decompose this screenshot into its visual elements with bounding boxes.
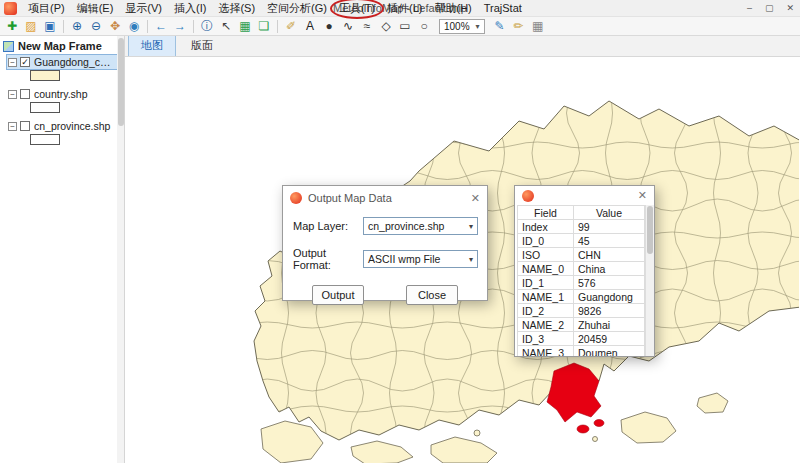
menu-edit[interactable]: 编辑(E)	[71, 0, 120, 17]
measure-icon[interactable]: ✐	[282, 18, 300, 34]
layer-visibility-checkbox[interactable]	[20, 121, 30, 131]
attribute-table: Field Value Index99ID_045ISOCHNNAME_0Chi…	[517, 205, 645, 357]
map-frame-icon	[3, 41, 14, 52]
attribute-row[interactable]: Index99	[518, 220, 645, 234]
ellipse-tool-icon[interactable]: ○	[415, 18, 433, 34]
expander-icon[interactable]: −	[8, 122, 17, 131]
previous-view-icon[interactable]: ←	[152, 18, 170, 34]
dialog-app-icon	[290, 192, 302, 204]
vertex-edit-icon[interactable]: ✏	[510, 18, 528, 34]
attribute-row[interactable]: NAME_1Guangdong	[518, 290, 645, 304]
layer-item-cn_province.shp[interactable]: −cn_province.shp	[7, 119, 114, 133]
label-icon[interactable]: ❏	[255, 18, 273, 34]
scrollbar-thumb[interactable]	[118, 38, 124, 126]
identify-icon[interactable]: ⓘ	[198, 18, 216, 34]
attribute-row[interactable]: NAME_0China	[518, 262, 645, 276]
menu-trajstat[interactable]: TrajStat	[478, 1, 528, 15]
layer-item-Guangdong_county.shp[interactable]: −✓Guangdong_county.shp	[7, 55, 117, 69]
toolbar-separator	[63, 20, 64, 33]
window-controls: – ▢ ✕	[747, 3, 796, 13]
polyline-tool-icon[interactable]: ∿	[339, 18, 357, 34]
tab-map[interactable]: 地图	[128, 36, 176, 56]
zoom-out-icon[interactable]: ⊖	[87, 18, 105, 34]
add-layer-icon[interactable]: ✚	[3, 18, 21, 34]
annotation-ellipse	[330, 0, 384, 19]
zoom-in-icon[interactable]: ⊕	[68, 18, 86, 34]
menu-items: 项目(P)编辑(E)显示(V)插入(I)选择(S)空间分析(G)工具(T)插件(…	[22, 0, 528, 17]
attribute-row[interactable]: ID_1576	[518, 276, 645, 290]
layout-grid-icon[interactable]: ▦	[529, 18, 547, 34]
full-extent-icon[interactable]: ◉	[125, 18, 143, 34]
zoom-level-combobox[interactable]: 100%▾	[439, 19, 485, 34]
dialog-app-icon	[522, 190, 534, 202]
tab-layout[interactable]: 版面	[178, 36, 226, 56]
toolbar: ✚▨▣⊕⊖✥◉←→ⓘ↖▦❏✐A●∿≈◇▭○100%▾✎✏▦	[0, 17, 800, 36]
edit-pencil-icon[interactable]: ✎	[491, 18, 509, 34]
select-feature-icon[interactable]: ↖	[217, 18, 235, 34]
dialog-close-icon[interactable]: ✕	[471, 193, 480, 204]
toolbar-separator	[193, 20, 194, 33]
dialog-titlebar[interactable]: ✕	[515, 186, 654, 205]
attribute-row[interactable]: ID_045	[518, 234, 645, 248]
toolbar-separator	[277, 20, 278, 33]
column-header-field: Field	[518, 206, 574, 220]
layer-tree: −✓Guangdong_county.shp−country.shp−cn_pr…	[0, 55, 117, 150]
map-view[interactable]: Output Map Data ✕ Map Layer: cn_province…	[125, 57, 800, 463]
close-icon[interactable]: ✕	[786, 3, 794, 13]
attribute-row[interactable]: ID_29826	[518, 304, 645, 318]
layer-item-country.shp[interactable]: −country.shp	[7, 87, 92, 101]
open-file-icon[interactable]: ▨	[22, 18, 40, 34]
minimize-icon[interactable]: –	[747, 3, 752, 13]
next-view-icon[interactable]: →	[171, 18, 189, 34]
scrollbar-thumb[interactable]	[647, 206, 653, 254]
attribute-row[interactable]: NAME_3Doumen	[518, 346, 645, 358]
menu-tools[interactable]: 工具(T)	[333, 0, 381, 17]
chevron-down-icon: ▾	[476, 22, 480, 31]
expander-icon[interactable]: −	[8, 90, 17, 99]
legend-swatch	[30, 102, 60, 113]
attribute-table-dialog: ✕ Field Value Index99ID_045ISOCHNNAME_0C…	[514, 185, 655, 357]
dialog-close-icon[interactable]: ✕	[638, 190, 647, 201]
menu-insert[interactable]: 插入(I)	[168, 0, 212, 17]
legend-swatch	[30, 70, 60, 81]
menu-geoprocessing[interactable]: 空间分析(G)	[261, 0, 333, 17]
menu-plugins[interactable]: 插件(L)	[381, 0, 428, 17]
attribute-row[interactable]: NAME_2Zhuhai	[518, 318, 645, 332]
attribute-row[interactable]: ID_320459	[518, 332, 645, 346]
output-format-label: Output Format:	[293, 247, 363, 271]
menu-view[interactable]: 显示(V)	[119, 0, 168, 17]
menu-project[interactable]: 项目(P)	[22, 0, 71, 17]
panel-scrollbar[interactable]	[117, 36, 125, 463]
column-header-value: Value	[574, 206, 645, 220]
layer-legend-row	[0, 69, 117, 86]
dialog-titlebar[interactable]: Output Map Data ✕	[283, 186, 487, 210]
point-tool-icon[interactable]: ●	[320, 18, 338, 34]
output-map-data-dialog: Output Map Data ✕ Map Layer: cn_province…	[282, 185, 488, 301]
maximize-icon[interactable]: ▢	[765, 3, 774, 13]
output-button[interactable]: Output	[312, 285, 364, 305]
app-logo-icon	[4, 2, 17, 15]
layer-legend-row	[0, 101, 117, 118]
attr-scrollbar[interactable]	[645, 205, 654, 356]
close-button[interactable]: Close	[406, 285, 458, 305]
map-layer-select[interactable]: cn_province.shp ▾	[363, 217, 478, 235]
menu-help[interactable]: 帮助(H)	[428, 0, 477, 17]
save-icon[interactable]: ▣	[41, 18, 59, 34]
pan-icon[interactable]: ✥	[106, 18, 124, 34]
polygon-tool-icon[interactable]: ◇	[377, 18, 395, 34]
menu-selection[interactable]: 选择(S)	[212, 0, 261, 17]
output-format-select[interactable]: ASCII wmp File ▾	[363, 250, 478, 268]
layer-visibility-checkbox[interactable]	[20, 89, 30, 99]
attribute-row[interactable]: ISOCHN	[518, 248, 645, 262]
chevron-down-icon: ▾	[469, 222, 473, 231]
toolbar-separator	[147, 20, 148, 33]
layer-name: cn_province.shp	[33, 120, 111, 132]
curve-tool-icon[interactable]: ≈	[358, 18, 376, 34]
text-tool-icon[interactable]: A	[301, 18, 319, 34]
menu-bar: 项目(P)编辑(E)显示(V)插入(I)选择(S)空间分析(G)工具(T)插件(…	[0, 0, 800, 17]
expander-icon[interactable]: −	[8, 58, 17, 67]
rectangle-tool-icon[interactable]: ▭	[396, 18, 414, 34]
attribute-table-icon[interactable]: ▦	[236, 18, 254, 34]
map-frame-node[interactable]: New Map Frame	[0, 38, 117, 54]
layer-visibility-checkbox[interactable]: ✓	[20, 57, 30, 67]
